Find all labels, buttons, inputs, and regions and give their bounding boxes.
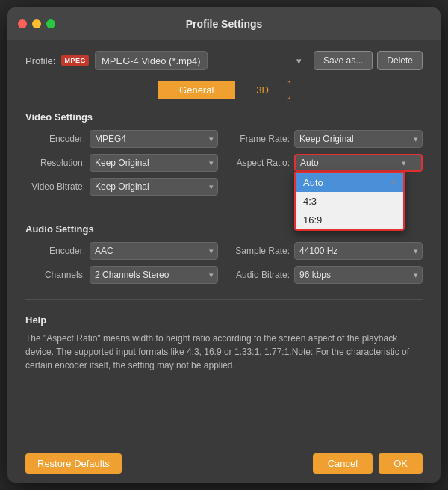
delete-button[interactable]: Delete bbox=[377, 51, 423, 70]
save-as-button[interactable]: Save as... bbox=[314, 51, 373, 70]
aspect-option-auto-label: Auto bbox=[303, 177, 323, 188]
video-bitrate-label: Video Bitrate: bbox=[25, 182, 85, 192]
profile-label: Profile: bbox=[25, 55, 55, 66]
cancel-button[interactable]: Cancel bbox=[313, 453, 373, 474]
channels-select[interactable]: 2 Channels Stereo bbox=[90, 266, 218, 284]
help-text: The "Aspect Ratio" means width to height… bbox=[25, 332, 423, 372]
tab-3d[interactable]: 3D bbox=[234, 81, 290, 99]
profile-buttons: Save as... Delete bbox=[314, 51, 423, 70]
aspect-ratio-trigger[interactable]: Auto ▾ bbox=[294, 154, 423, 172]
frame-rate-label: Frame Rate: bbox=[230, 134, 290, 144]
frame-rate-select[interactable]: Keep Original bbox=[294, 130, 423, 148]
audio-settings-section: Audio Settings Encoder: AAC Sample Rate:… bbox=[25, 223, 423, 284]
video-bitrate-select-wrapper: Keep Original bbox=[90, 178, 218, 196]
traffic-lights bbox=[18, 19, 55, 28]
profile-select-wrapper: MPEG-4 Video (*.mp4) bbox=[95, 51, 308, 70]
video-bitrate-row: Video Bitrate: Keep Original bbox=[25, 178, 218, 196]
audio-encoder-select-wrapper: AAC bbox=[90, 242, 218, 260]
audio-bitrate-row: Audio Bitrate: 96 kbps bbox=[230, 266, 423, 284]
maximize-button[interactable] bbox=[46, 19, 55, 28]
help-section: Help The "Aspect Ratio" means width to h… bbox=[25, 314, 423, 372]
aspect-ratio-chevron: ▾ bbox=[402, 158, 406, 168]
video-bitrate-select[interactable]: Keep Original bbox=[90, 178, 218, 196]
restore-defaults-button[interactable]: Restore Defaults bbox=[25, 453, 122, 474]
titlebar: Profile Settings bbox=[7, 7, 441, 40]
encoder-select-wrapper: MPEG4 bbox=[90, 130, 218, 148]
video-settings-grid: Encoder: MPEG4 Frame Rate: Keep Original bbox=[25, 130, 423, 196]
minimize-button[interactable] bbox=[32, 19, 41, 28]
audio-settings-grid: Encoder: AAC Sample Rate: 44100 Hz bbox=[25, 242, 423, 284]
aspect-option-169[interactable]: 16:9 bbox=[296, 211, 403, 229]
audio-encoder-label: Encoder: bbox=[25, 246, 85, 256]
audio-bitrate-select-wrapper: 96 kbps bbox=[294, 266, 423, 284]
aspect-option-43-label: 4:3 bbox=[303, 196, 317, 207]
audio-bitrate-select[interactable]: 96 kbps bbox=[294, 266, 423, 284]
aspect-option-auto[interactable]: Auto ▾ bbox=[296, 173, 403, 192]
profile-settings-window: Profile Settings Profile: MPEG MPEG-4 Vi… bbox=[7, 7, 441, 483]
resolution-select[interactable]: Keep Original bbox=[90, 154, 218, 172]
aspect-ratio-dropdown: Auto ▾ 4:3 16:9 bbox=[294, 172, 405, 231]
aspect-option-169-label: 16:9 bbox=[303, 214, 322, 226]
sample-rate-select-wrapper: 44100 Hz bbox=[294, 242, 423, 260]
encoder-select[interactable]: MPEG4 bbox=[90, 130, 218, 148]
encoder-row: Encoder: MPEG4 bbox=[25, 130, 218, 148]
frame-rate-row: Frame Rate: Keep Original bbox=[230, 130, 423, 148]
aspect-ratio-row: Aspect Ratio: Auto ▾ Auto ▾ bbox=[230, 154, 423, 172]
close-button[interactable] bbox=[18, 19, 27, 28]
video-settings-section: Video Settings Encoder: MPEG4 Frame Rate… bbox=[25, 111, 423, 196]
window-title: Profile Settings bbox=[186, 18, 263, 30]
footer-right: Cancel OK bbox=[313, 453, 423, 474]
audio-bitrate-label: Audio Bitrate: bbox=[230, 270, 290, 280]
sample-rate-row: Sample Rate: 44100 Hz bbox=[230, 242, 423, 260]
profile-row: Profile: MPEG MPEG-4 Video (*.mp4) Save … bbox=[25, 51, 423, 70]
help-title: Help bbox=[25, 314, 423, 326]
tab-general[interactable]: General bbox=[158, 81, 234, 99]
aspect-option-43[interactable]: 4:3 bbox=[296, 192, 403, 211]
channels-row: Channels: 2 Channels Stereo bbox=[25, 266, 218, 284]
encoder-label: Encoder: bbox=[25, 134, 85, 144]
resolution-label: Resolution: bbox=[25, 158, 85, 168]
resolution-row: Resolution: Keep Original bbox=[25, 154, 218, 172]
tabs-row: General 3D bbox=[25, 81, 423, 99]
channels-select-wrapper: 2 Channels Stereo bbox=[90, 266, 218, 284]
audio-encoder-select[interactable]: AAC bbox=[90, 242, 218, 260]
profile-select[interactable]: MPEG-4 Video (*.mp4) bbox=[95, 51, 208, 70]
video-settings-title: Video Settings bbox=[25, 111, 423, 122]
frame-rate-select-wrapper: Keep Original bbox=[294, 130, 423, 148]
audio-encoder-row: Encoder: AAC bbox=[25, 242, 218, 260]
channels-label: Channels: bbox=[25, 270, 85, 280]
footer: Restore Defaults Cancel OK bbox=[7, 444, 441, 483]
resolution-select-wrapper: Keep Original bbox=[90, 154, 218, 172]
main-content: Profile: MPEG MPEG-4 Video (*.mp4) Save … bbox=[7, 40, 441, 444]
aspect-option-chevron: ▾ bbox=[391, 178, 396, 187]
divider-2 bbox=[25, 299, 423, 300]
profile-icon: MPEG bbox=[61, 55, 89, 66]
aspect-ratio-label: Aspect Ratio: bbox=[230, 158, 290, 168]
sample-rate-label: Sample Rate: bbox=[230, 246, 290, 256]
sample-rate-select[interactable]: 44100 Hz bbox=[294, 242, 423, 260]
aspect-ratio-value: Auto bbox=[300, 158, 319, 168]
ok-button[interactable]: OK bbox=[379, 453, 423, 474]
